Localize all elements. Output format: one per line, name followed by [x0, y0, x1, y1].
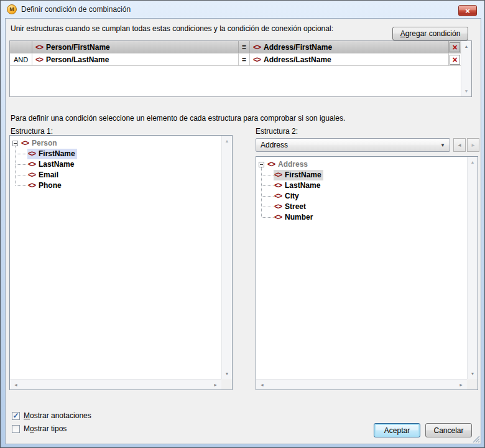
xml-element-icon: <>: [28, 160, 35, 169]
xml-element-icon: <>: [253, 43, 261, 52]
condition-left-expression: <> Person/LastName: [32, 54, 239, 65]
xml-element-icon: <>: [28, 181, 35, 190]
resize-grip[interactable]: [472, 435, 480, 443]
window-title: Definir condición de combinación: [21, 5, 131, 14]
xml-element-icon: <>: [274, 170, 282, 179]
tree-item[interactable]: <> City: [274, 191, 301, 202]
show-types-label[interactable]: Mostrar tipos: [24, 424, 67, 433]
xml-element-icon: <>: [28, 149, 35, 158]
tree-item[interactable]: <> Phone: [27, 180, 63, 191]
condition-list: <> Person/FirstName = <> Address/FirstNa…: [9, 40, 472, 97]
delete-icon: ×: [452, 43, 457, 52]
vertical-scrollbar[interactable]: ▲ ▼: [221, 136, 232, 379]
condition-row[interactable]: AND <> Person/LastName = <> Address/Last…: [10, 54, 461, 66]
horizontal-scrollbar[interactable]: ◄ ►: [256, 379, 467, 390]
delete-condition-button[interactable]: ×: [450, 55, 460, 65]
tree-root-item[interactable]: <> Person: [21, 138, 59, 149]
tree-item-row[interactable]: <> Phone: [12, 180, 221, 191]
xml-element-icon: <>: [274, 181, 282, 190]
tree-item-row[interactable]: <> FirstName: [12, 149, 221, 159]
define-condition-hint-text: Para definir una condición seleccione un…: [11, 114, 345, 123]
app-icon: M: [7, 4, 17, 14]
close-icon: ×: [465, 7, 470, 15]
scroll-up-icon[interactable]: ▲: [461, 42, 471, 51]
tree-connector-stub: [16, 180, 27, 186]
scrollbar-corner: [467, 379, 478, 390]
condition-row[interactable]: <> Person/FirstName = <> Address/FirstNa…: [10, 41, 461, 54]
xml-element-icon: <>: [35, 55, 43, 64]
tree-item[interactable]: <> Email: [27, 170, 60, 180]
tree-root-row[interactable]: <> Person: [12, 138, 221, 149]
title-bar[interactable]: M Definir condición de combinación ×: [1, 1, 484, 18]
condition-list-scrollbar[interactable]: ▲ ▼: [461, 41, 471, 96]
tree-item-row[interactable]: <> LastName: [259, 180, 467, 191]
scroll-down-icon[interactable]: ▼: [461, 86, 471, 96]
scroll-left-icon[interactable]: ◄: [257, 380, 267, 390]
tree-connector-stub: [16, 170, 27, 175]
structure1-tree: <> Person <> FirstName <> LastName: [10, 136, 221, 379]
delete-icon: ×: [452, 55, 457, 64]
xml-element-icon: <>: [35, 43, 43, 52]
close-button[interactable]: ×: [458, 5, 477, 16]
next-structure-button[interactable]: ►: [467, 138, 479, 152]
cancel-button-label: Cancelar: [433, 426, 463, 435]
xml-element-icon: <>: [274, 202, 282, 211]
ok-button[interactable]: Aceptar: [374, 423, 420, 437]
scroll-down-icon[interactable]: ▼: [468, 369, 478, 378]
tree-item[interactable]: <> Number: [274, 212, 315, 223]
tree-item-selected[interactable]: <> FirstName: [27, 149, 77, 159]
show-types-checkbox[interactable]: [12, 425, 20, 433]
xml-element-icon: <>: [274, 213, 282, 222]
prev-structure-button[interactable]: ◄: [453, 138, 466, 152]
tree-item[interactable]: <> Street: [274, 202, 308, 212]
xml-element-icon: <>: [274, 192, 282, 200]
show-annotations-label[interactable]: Mostrar anotaciones: [24, 411, 91, 420]
delete-condition-button[interactable]: ×: [450, 42, 460, 52]
join-condition-dialog: M Definir condición de combinación × Uni…: [0, 0, 485, 448]
scroll-down-icon[interactable]: ▼: [222, 369, 232, 378]
delete-condition-cell: ×: [449, 41, 461, 53]
structure1-label: Estructura 1:: [11, 127, 53, 136]
horizontal-scrollbar[interactable]: ◄ ►: [10, 379, 221, 390]
tree-item-row[interactable]: <> Number: [259, 212, 467, 223]
tree-item-selected[interactable]: <> FirstName: [274, 170, 323, 180]
vertical-scrollbar[interactable]: ▲ ▼: [467, 157, 478, 379]
delete-condition-cell: ×: [449, 54, 461, 65]
tree-connector-stub: [262, 202, 274, 207]
condition-left-expression: <> Person/FirstName: [32, 41, 239, 53]
structure2-combobox[interactable]: Address ▼: [256, 138, 450, 152]
tree-item-row[interactable]: <> Email: [12, 170, 221, 180]
equals-operator: =: [239, 54, 250, 65]
add-condition-button[interactable]: Agregar condición: [392, 27, 468, 40]
tree-item-row[interactable]: <> FirstName: [259, 170, 467, 180]
dialog-client-area: Unir estructuras cuando se cumplan todas…: [5, 18, 481, 444]
tree-root-row[interactable]: <> Address: [259, 159, 467, 170]
arrow-left-icon: ◄: [457, 142, 462, 148]
tree-root-item[interactable]: <> Address: [267, 159, 310, 170]
show-annotations-checkbox[interactable]: ✓: [12, 412, 20, 420]
scroll-right-icon[interactable]: ►: [211, 380, 220, 390]
tree-item-row[interactable]: <> LastName: [12, 159, 221, 170]
show-annotations-row: ✓ Mostrar anotaciones: [12, 411, 91, 420]
collapse-minus-icon[interactable]: [12, 141, 18, 146]
scrollbar-corner: [221, 379, 232, 390]
collapse-minus-icon[interactable]: [259, 162, 264, 167]
arrow-right-icon: ►: [471, 142, 476, 148]
tree-item-row[interactable]: <> Street: [259, 202, 467, 212]
tree-connector-stub: [262, 191, 274, 197]
tree-item-row[interactable]: <> City: [259, 191, 467, 202]
tree-item[interactable]: <> LastName: [274, 180, 322, 191]
check-icon: ✓: [12, 412, 19, 419]
tree-item[interactable]: <> LastName: [27, 159, 76, 170]
xml-element-icon: <>: [267, 160, 275, 169]
scroll-up-icon[interactable]: ▲: [222, 136, 232, 146]
scroll-right-icon[interactable]: ►: [456, 380, 466, 390]
xml-element-icon: <>: [21, 139, 29, 147]
cancel-button[interactable]: Cancelar: [425, 423, 472, 437]
xml-element-icon: <>: [253, 55, 261, 64]
scroll-left-icon[interactable]: ◄: [11, 380, 21, 390]
scroll-up-icon[interactable]: ▲: [468, 157, 478, 167]
equals-operator: =: [239, 41, 250, 53]
condition-right-expression: <> Address/FirstName: [250, 41, 449, 53]
condition-operator: AND: [10, 54, 32, 65]
